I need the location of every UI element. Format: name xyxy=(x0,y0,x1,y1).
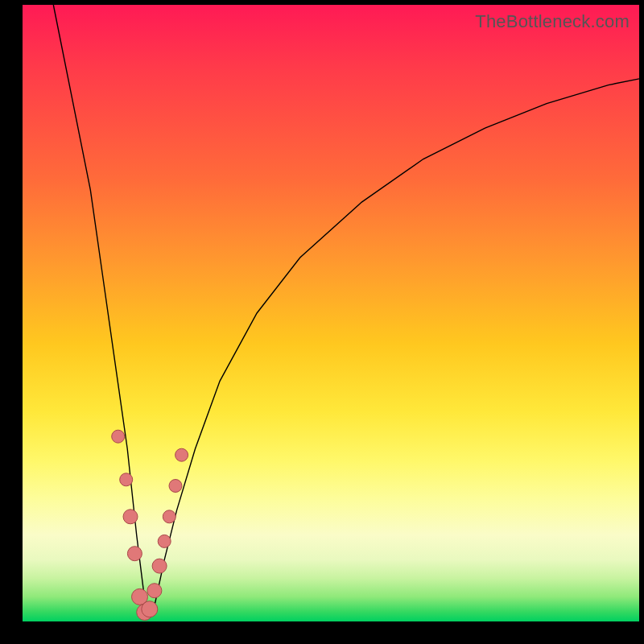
highlight-dot xyxy=(147,584,162,598)
chart-frame: TheBottleneck.com xyxy=(0,0,644,644)
highlight-dots xyxy=(112,430,188,620)
highlight-dot xyxy=(127,547,142,561)
highlight-dot xyxy=(123,510,138,524)
highlight-dot xyxy=(112,430,125,443)
highlight-dot xyxy=(175,448,188,461)
bottleneck-curve-svg xyxy=(23,5,639,621)
bottleneck-curve xyxy=(53,5,639,609)
highlight-dot xyxy=(163,510,175,523)
highlight-dot xyxy=(142,601,158,617)
highlight-dot xyxy=(152,559,167,573)
highlight-dot xyxy=(158,535,171,547)
highlight-dot xyxy=(120,473,133,486)
plot-area: TheBottleneck.com xyxy=(23,5,639,621)
highlight-dot xyxy=(169,480,182,493)
